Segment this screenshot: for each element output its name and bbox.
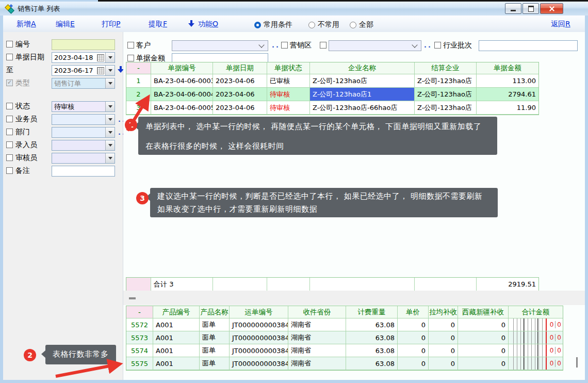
company-cell-selected[interactable]: Z-公司-123hao店1 (310, 88, 415, 101)
status-select[interactable]: 待审核 (52, 101, 115, 112)
waybill-cell[interactable]: JT0000000003844 (230, 344, 288, 357)
surcharge1-cell[interactable]: 0 (429, 344, 458, 357)
column-header[interactable]: - (126, 306, 153, 318)
date-cell[interactable]: 2023-04-06 (213, 101, 267, 115)
amount-cell[interactable]: 11.90 (477, 101, 538, 115)
company-cell[interactable]: Z-公司-123hao店-66hao店 (310, 101, 415, 115)
row-number-cell[interactable]: 5575 (126, 357, 153, 370)
column-header[interactable]: 合计金额 (509, 306, 563, 318)
row-number-cell[interactable]: 2 (126, 88, 151, 101)
surcharge2-cell[interactable]: 0 (458, 357, 509, 370)
product-name-cell[interactable]: 面单 (200, 318, 230, 331)
province-cell[interactable]: 湖南省 (288, 318, 346, 331)
weight-cell[interactable]: 63.08 (346, 357, 398, 370)
surcharge1-cell[interactable]: 0 (429, 318, 458, 331)
price-cell[interactable]: 0 (398, 318, 429, 331)
checkbox-marketing-area[interactable] (320, 42, 326, 49)
column-header[interactable]: - (126, 62, 151, 74)
customer-select[interactable] (172, 40, 268, 51)
column-header[interactable]: 单价 (398, 306, 429, 318)
status-cell[interactable]: 待审核 (267, 101, 310, 115)
column-header[interactable]: 单据金额 (477, 62, 538, 74)
weight-cell[interactable]: 63.08 (346, 344, 398, 357)
date-to-input[interactable]: 2023-06-17 (52, 65, 115, 76)
row-number-cell[interactable]: 5573 (126, 331, 153, 344)
date-dropdown-button[interactable] (105, 66, 115, 75)
surcharge2-cell[interactable]: 0 (458, 344, 509, 357)
type-select[interactable]: 销售订单 (52, 78, 115, 89)
dept-select[interactable] (52, 127, 115, 138)
settle-cell[interactable]: Z-公司-123hao店 (415, 74, 477, 88)
return-button[interactable]: 返回R (551, 20, 570, 29)
row-number-cell[interactable]: 3 (126, 101, 151, 115)
weight-cell[interactable]: 63.08 (346, 318, 398, 331)
column-header[interactable]: 计费重量 (346, 306, 398, 318)
product-name-cell[interactable]: 面单 (200, 344, 230, 357)
surcharge2-cell[interactable]: 0 (458, 331, 509, 344)
doc-no-cell[interactable]: BA-23-04-06-0005 (151, 101, 213, 115)
status-dropdown-button[interactable] (105, 102, 115, 111)
checkbox-amount[interactable] (127, 55, 134, 61)
function-button[interactable]: 功能O (198, 20, 218, 29)
vertical-splitter-handle[interactable] (576, 357, 578, 368)
row-number-cell[interactable]: 5572 (126, 318, 153, 331)
total-cell[interactable]: 00 (509, 318, 563, 331)
minimize-button[interactable] (505, 3, 521, 14)
province-cell[interactable]: 湖南省 (288, 357, 346, 370)
entry-select[interactable] (52, 140, 115, 151)
industry-input[interactable] (479, 40, 578, 51)
close-button[interactable] (540, 3, 563, 14)
settle-cell[interactable]: Z-公司-123hao店 (415, 88, 477, 101)
salesman-dropdown-button[interactable] (105, 115, 115, 124)
auditor-dropdown-button[interactable] (105, 153, 115, 163)
column-header[interactable]: 单据日期 (213, 62, 267, 74)
remark-input[interactable] (52, 166, 115, 177)
checkbox-date[interactable] (6, 54, 13, 60)
column-header[interactable]: 西藏新疆补收 (458, 306, 509, 318)
price-cell[interactable]: 0 (398, 357, 429, 370)
checkbox-customer[interactable] (127, 42, 134, 49)
price-cell[interactable]: 0 (398, 344, 429, 357)
product-name-cell[interactable]: 面单 (200, 331, 230, 344)
column-header[interactable]: 产品编号 (153, 306, 200, 318)
company-cell[interactable]: Z-公司-123hao店 (310, 74, 415, 88)
waybill-cell[interactable]: JT0000000003842 (230, 318, 288, 331)
status-cell[interactable]: 待审核 (267, 88, 310, 101)
price-cell[interactable]: 0 (398, 331, 429, 344)
edit-button[interactable]: 编辑E (56, 20, 75, 29)
column-header[interactable]: 产品名称 (200, 306, 230, 318)
province-cell[interactable]: 湖南省 (288, 331, 346, 344)
checkbox-no[interactable] (6, 41, 13, 47)
row-number-cell[interactable]: 1 (126, 74, 151, 88)
column-header[interactable]: 拉均补收 (429, 306, 458, 318)
row-number-cell[interactable]: 5574 (126, 344, 153, 357)
waybill-cell[interactable]: JT0000000003843 (230, 331, 288, 344)
surcharge1-cell[interactable]: 0 (429, 331, 458, 344)
marketing-select[interactable] (329, 40, 421, 51)
radio-common-conditions[interactable]: 常用条件 (254, 20, 292, 29)
product-no-cell[interactable]: A001 (153, 318, 200, 331)
date-from-input[interactable]: 2023-04-18 (52, 52, 115, 63)
doc-no-cell[interactable]: BA-23-04-06-0003 (151, 74, 213, 88)
column-header[interactable]: 结算企业 (415, 62, 477, 74)
doc-no-cell[interactable]: BA-23-04-06-0004 (151, 88, 213, 101)
status-cell[interactable]: 已审核 (267, 74, 310, 88)
radio-uncommon[interactable]: 不常用 (308, 20, 339, 29)
checkbox-remark[interactable] (6, 167, 13, 174)
amount-cell[interactable]: 2794.61 (477, 88, 538, 101)
checkbox-status[interactable] (6, 103, 13, 109)
no-input[interactable] (52, 39, 115, 50)
checkbox-marketing[interactable] (281, 42, 288, 49)
product-name-cell[interactable]: 面单 (200, 357, 230, 370)
column-header[interactable]: 收件省份 (288, 306, 346, 318)
horizontal-splitter[interactable] (123, 291, 585, 305)
dept-dropdown-button[interactable] (105, 127, 115, 137)
type-dropdown-button[interactable] (105, 78, 115, 88)
marketing-lookup-dots[interactable]: .. (424, 41, 432, 49)
checkbox-salesman[interactable] (6, 116, 13, 122)
column-header[interactable]: 单据状态 (267, 62, 310, 74)
checkbox-dept[interactable] (6, 129, 13, 135)
product-no-cell[interactable]: A001 (153, 357, 200, 370)
add-button[interactable]: 新增A (17, 20, 36, 29)
product-no-cell[interactable]: A001 (153, 331, 200, 344)
